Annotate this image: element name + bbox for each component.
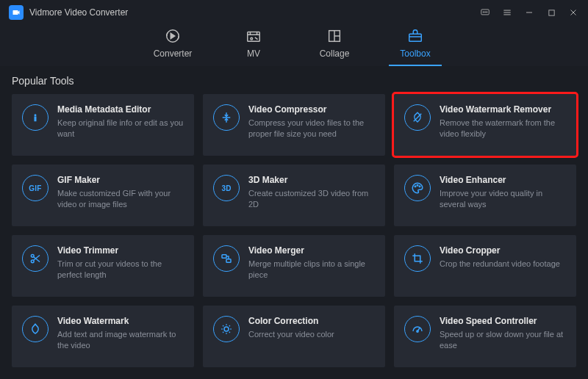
section-header: Popular Tools <box>0 66 588 87</box>
svg-point-1 <box>483 12 484 12</box>
feedback-icon[interactable] <box>479 7 491 18</box>
sun-icon <box>213 316 240 342</box>
card-body: Video Speed Controller Speed up or slow … <box>440 316 566 351</box>
3d-icon: 3D <box>213 175 240 201</box>
app-logo <box>9 5 24 20</box>
card-body: Video Watermark Add text and image water… <box>57 316 184 351</box>
svg-point-27 <box>224 327 229 331</box>
card-desc: Trim or cut your videos to the perfect l… <box>57 259 184 281</box>
svg-rect-8 <box>548 10 553 15</box>
card-body: 3D Maker Create customized 3D video from… <box>248 175 375 210</box>
palette-icon <box>404 175 431 201</box>
compress-icon <box>213 104 240 131</box>
gauge-icon <box>404 316 431 342</box>
card-desc: Speed up or slow down your file at ease <box>440 329 566 351</box>
watermark-remove-icon <box>404 104 431 131</box>
tab-collage[interactable]: Collage <box>312 28 356 65</box>
section-title: Popular Tools <box>12 75 576 87</box>
tools-grid: Media Metadata Editor Keep original file… <box>0 94 588 379</box>
card-body: Video Merger Merge multiple clips into a… <box>248 245 375 281</box>
svg-rect-17 <box>409 34 422 41</box>
card-desc: Correct your video color <box>248 329 375 340</box>
tool-media-metadata-editor[interactable]: Media Metadata Editor Keep original file… <box>12 94 194 156</box>
tab-label: Collage <box>320 48 350 59</box>
tab-label: MV <box>247 48 260 59</box>
card-title: GIF Maker <box>57 175 184 185</box>
card-body: Video Trimmer Trim or cut your videos to… <box>57 245 184 281</box>
main-tabs: Converter MV Collage Toolbox <box>0 25 588 66</box>
card-title: 3D Maker <box>248 175 375 185</box>
card-desc: Improve your video quality in several wa… <box>440 188 566 210</box>
card-body: Media Metadata Editor Keep original file… <box>57 104 184 140</box>
card-body: Color Correction Correct your video colo… <box>248 316 375 340</box>
svg-point-13 <box>251 37 253 40</box>
window-controls <box>479 7 579 18</box>
card-title: Video Watermark Remover <box>440 104 566 115</box>
tab-converter[interactable]: Converter <box>151 28 195 65</box>
card-title: Video Merger <box>248 245 375 256</box>
tool-video-speed-controller[interactable]: Video Speed Controller Speed up or slow … <box>394 306 576 367</box>
toolbox-icon <box>407 28 423 44</box>
card-desc: Add text and image watermark to the vide… <box>57 329 184 351</box>
svg-point-24 <box>31 260 34 263</box>
tab-label: Converter <box>154 48 193 59</box>
card-title: Video Watermark <box>57 316 184 326</box>
tool-video-watermark[interactable]: Video Watermark Add text and image water… <box>12 306 194 367</box>
svg-rect-12 <box>248 32 260 42</box>
svg-point-22 <box>419 186 420 187</box>
card-desc: Crop the redundant video footage <box>440 259 566 270</box>
card-desc: Remove the watermark from the video flex… <box>440 118 566 140</box>
card-desc: Keep original file info or edit as you w… <box>57 118 184 140</box>
gif-icon: GIF <box>22 175 49 201</box>
converter-icon <box>165 28 181 44</box>
tool-video-enhancer[interactable]: Video Enhancer Improve your video qualit… <box>394 165 576 226</box>
card-body: GIF Maker Make customized GIF with your … <box>57 175 184 210</box>
svg-point-3 <box>487 12 487 12</box>
tool-video-cropper[interactable]: Video Cropper Crop the redundant video f… <box>394 235 576 297</box>
app-title: Vidmore Video Converter <box>29 7 128 18</box>
close-icon[interactable] <box>567 7 579 18</box>
svg-point-28 <box>417 331 418 332</box>
merge-icon <box>213 245 240 272</box>
minimize-icon[interactable] <box>523 7 535 18</box>
tool-color-correction[interactable]: Color Correction Correct your video colo… <box>203 306 385 367</box>
svg-point-20 <box>415 186 416 187</box>
svg-point-2 <box>484 12 485 12</box>
card-title: Media Metadata Editor <box>57 104 184 115</box>
tool-video-compressor[interactable]: Video Compressor Compress your video fil… <box>203 94 385 156</box>
card-desc: Merge multiple clips into a single piece <box>248 259 375 281</box>
card-body: Video Enhancer Improve your video qualit… <box>440 175 566 210</box>
card-desc: Make customized GIF with your video or i… <box>57 188 184 210</box>
droplet-icon <box>22 316 49 342</box>
card-title: Video Compressor <box>248 104 375 115</box>
svg-point-23 <box>31 254 34 257</box>
svg-rect-25 <box>222 255 226 259</box>
tool-video-merger[interactable]: Video Merger Merge multiple clips into a… <box>203 235 385 297</box>
scissors-icon <box>22 245 49 272</box>
info-icon <box>22 104 49 131</box>
tool-video-trimmer[interactable]: Video Trimmer Trim or cut your videos to… <box>12 235 194 297</box>
gif-text: GIF <box>29 184 42 192</box>
svg-rect-26 <box>226 259 231 263</box>
card-title: Video Cropper <box>440 245 566 256</box>
svg-point-18 <box>35 115 36 116</box>
titlebar: Vidmore Video Converter <box>0 0 588 25</box>
tool-video-watermark-remover[interactable]: Video Watermark Remover Remove the water… <box>394 94 576 156</box>
tool-gif-maker[interactable]: GIF GIF Maker Make customized GIF with y… <box>12 165 194 226</box>
titlebar-left: Vidmore Video Converter <box>9 5 128 20</box>
tab-toolbox[interactable]: Toolbox <box>393 28 437 65</box>
tab-mv[interactable]: MV <box>232 28 276 65</box>
tab-label: Toolbox <box>400 48 430 59</box>
card-title: Video Speed Controller <box>440 316 566 326</box>
card-desc: Compress your video files to the proper … <box>248 118 375 140</box>
3d-text: 3D <box>222 184 232 192</box>
tool-3d-maker[interactable]: 3D 3D Maker Create customized 3D video f… <box>203 165 385 226</box>
collage-icon <box>326 28 343 44</box>
maximize-icon[interactable] <box>545 7 557 18</box>
menu-icon[interactable] <box>501 7 513 18</box>
card-title: Video Enhancer <box>440 175 566 185</box>
card-desc: Create customized 3D video from 2D <box>248 188 375 210</box>
svg-point-21 <box>417 185 418 187</box>
card-title: Color Correction <box>248 316 375 326</box>
card-body: Video Watermark Remover Remove the water… <box>440 104 566 140</box>
